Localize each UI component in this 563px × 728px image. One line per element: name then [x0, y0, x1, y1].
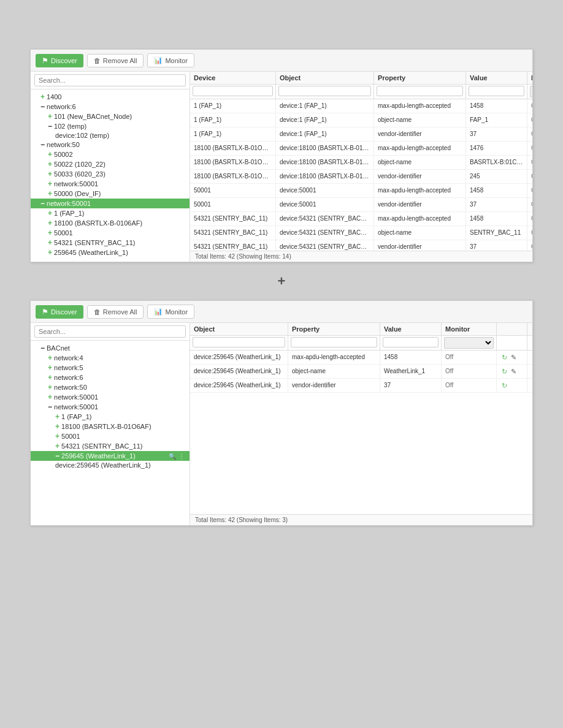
property-filter-input-2[interactable]	[291, 337, 377, 347]
tree-item[interactable]: +259645 (WeatherLink_1)	[31, 248, 190, 257]
tree-item[interactable]: +1 (FAP_1)	[31, 412, 190, 422]
panel2-search-input[interactable]	[34, 325, 186, 338]
discover-button-2[interactable]: ⚑ Discover	[36, 305, 83, 319]
plus-icon: +	[48, 363, 52, 372]
tree-item[interactable]: device:102 (temp)	[31, 131, 190, 140]
tree-item[interactable]: −102 (temp)	[31, 121, 190, 131]
cell-object: device:50001	[276, 184, 374, 197]
cell-object: device:54321 (SENTRY_BAC_11)	[276, 212, 374, 226]
table-row: 18100 (BASRTLX-B-01O6AF) device:18100 (B…	[190, 156, 532, 170]
minus-icon: −	[40, 199, 45, 208]
search-icon[interactable]: 🔍	[169, 453, 176, 460]
trash-icon-1: 🗑	[94, 57, 101, 64]
cell-property: vendor-identifier	[374, 170, 466, 183]
monitor-filter-select[interactable]: OnOff	[530, 86, 532, 97]
actions-filter-cell-2	[497, 336, 527, 350]
tree-item[interactable]: +50001	[31, 228, 190, 238]
col-monitor-header: Monitor	[527, 72, 532, 84]
tree-item[interactable]: +network:50001	[31, 392, 190, 402]
tree-item[interactable]: +1400	[31, 92, 190, 102]
device-filter-input[interactable]	[193, 86, 273, 96]
cell-value: 1476	[466, 142, 527, 155]
tree-item[interactable]: −network:50001	[31, 402, 190, 412]
tree-item[interactable]: +54321 (SENTRY_BAC_11)	[31, 238, 190, 248]
tree-item[interactable]: +network:50001	[31, 179, 190, 189]
tree-item[interactable]: +50002	[31, 150, 190, 159]
tree-item[interactable]: +1 (FAP_1)	[31, 208, 190, 218]
table-row: 50001 device:50001 max-apdu-length-accep…	[190, 184, 532, 198]
table-row: 1 (FAP_1) device:1 (FAP_1) max-apdu-leng…	[190, 99, 532, 113]
dots-icon[interactable]: ⋮	[178, 453, 185, 460]
tree-item[interactable]: +network:50	[31, 382, 190, 392]
tree-item-selected[interactable]: − 259645 (WeatherLink_1) 🔍 ⋮	[31, 451, 190, 461]
tree-item[interactable]: +network:4	[31, 353, 190, 363]
remove-all-button-1[interactable]: 🗑 Remove All	[87, 54, 144, 67]
tree-item[interactable]: +network:6	[31, 373, 190, 382]
cell-object: device:259645 (WeatherLink_1)	[190, 365, 288, 378]
cell-monitor: Off	[527, 184, 532, 197]
table-row: 18100 (BASRTLX-B-01O6AF) device:18100 (B…	[190, 170, 532, 184]
tree-item[interactable]: +18100 (BASRTLX-B-0106AF)	[31, 218, 190, 228]
tree-item[interactable]: +50022 (1020_22)	[31, 159, 190, 169]
property-filter-input[interactable]	[377, 86, 463, 96]
cell-value: WeatherLink_1	[380, 365, 442, 378]
device-filter-cell	[190, 85, 276, 99]
object-filter-input-2[interactable]	[193, 337, 285, 347]
minus-icon: −	[40, 140, 45, 149]
table-row: 54321 (SENTRY_BAC_11) device:54321 (SENT…	[190, 226, 532, 240]
tree-item[interactable]: +50033 (6020_23)	[31, 169, 190, 179]
cell-monitor: Off	[527, 212, 532, 226]
tree-item[interactable]: −BACnet	[31, 343, 190, 353]
cell-object: device:1 (FAP_1)	[276, 127, 374, 141]
monitor-filter-select-2[interactable]: OnOff	[444, 337, 494, 349]
col-property-header: Property	[374, 72, 466, 84]
table-row: 1 (FAP_1) device:1 (FAP_1) vendor-identi…	[190, 127, 532, 142]
cell-property: object-name	[374, 226, 466, 240]
monitor-button-1[interactable]: 📊 Monitor	[147, 53, 194, 67]
panel2-tree-panel: −BACnet +network:4 +network:5 +network:6…	[31, 323, 190, 525]
cell-device: 18100 (BASRTLX-B-01O6AF)	[190, 170, 276, 183]
cell-monitor: Off	[527, 240, 532, 251]
value-filter-input-2[interactable]	[383, 337, 439, 347]
cell-property: vendor-identifier	[374, 240, 466, 251]
object-filter-input[interactable]	[278, 86, 371, 96]
monitor-icon-1: 📊	[154, 56, 163, 64]
tree-item[interactable]: −network:50	[31, 140, 190, 150]
tree-item[interactable]: −network:6	[31, 102, 190, 112]
tree-item[interactable]: +101 (New_BACnet_Node)	[31, 112, 190, 121]
monitor-label-1: Monitor	[165, 57, 188, 64]
object-filter-cell-2	[190, 336, 288, 350]
tree-item-selected[interactable]: −network:50001	[31, 199, 190, 208]
discover-button-1[interactable]: ⚑ Discover	[36, 54, 83, 67]
table-row: 18100 (BASRTLX-B-01O6AF) device:18100 (B…	[190, 142, 532, 156]
cell-monitor: Off	[527, 99, 532, 113]
tree-item[interactable]: +50001	[31, 431, 190, 441]
edit-button[interactable]: ✎	[510, 354, 518, 362]
tree-item[interactable]: +54321 (SENTRY_BAC_11)	[31, 441, 190, 451]
cell-device: 54321 (SENTRY_BAC_11)	[190, 226, 276, 240]
monitor-button-2[interactable]: 📊 Monitor	[147, 305, 194, 319]
panel1-search-input[interactable]	[34, 74, 186, 86]
remove-all-button-2[interactable]: 🗑 Remove All	[87, 305, 144, 319]
col-property-header-2: Property	[288, 323, 380, 335]
refresh-button[interactable]: ↻	[500, 382, 508, 390]
edit-button[interactable]: ✎	[510, 368, 518, 376]
cell-property: object-name	[374, 113, 466, 127]
panel1-toolbar: ⚑ Discover 🗑 Remove All 📊 Monitor	[31, 50, 532, 72]
plus-icon: +	[48, 383, 52, 392]
value-filter-input[interactable]	[469, 86, 524, 96]
tree-item[interactable]: device:259645 (WeatherLink_1)	[31, 461, 190, 469]
tree-item[interactable]: +50000 (Dev_IF)	[31, 189, 190, 199]
cell-value: 37	[466, 198, 527, 211]
plus-icon: +	[48, 238, 52, 247]
refresh-button[interactable]: ↻	[500, 354, 508, 362]
refresh-button[interactable]: ↻	[500, 368, 508, 376]
cell-object: device:18100 (BASRTLX-B-01C...	[276, 142, 374, 155]
plus-icon: +	[48, 219, 52, 227]
tree-item[interactable]: +network:5	[31, 363, 190, 373]
cell-property: max-apdu-length-accepted	[288, 351, 380, 364]
tree-item[interactable]: +18100 (BASRTLX-B-01O6AF)	[31, 422, 190, 431]
cell-device: 54321 (SENTRY_BAC_11)	[190, 240, 276, 251]
panel1-grid-body: 1 (FAP_1) device:1 (FAP_1) max-apdu-leng…	[190, 99, 532, 251]
panel2-filter-row: OnOff	[190, 336, 532, 351]
